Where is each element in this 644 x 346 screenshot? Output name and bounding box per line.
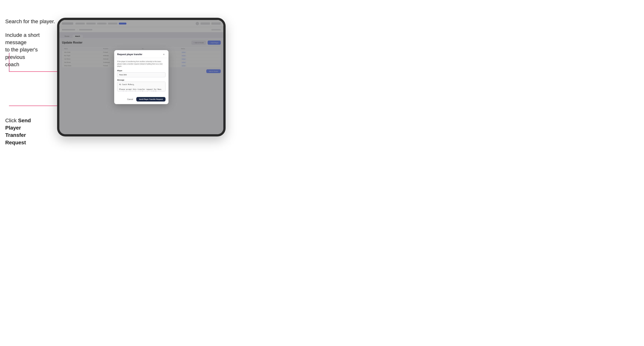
- modal-description: If the player is transferring from anoth…: [117, 60, 166, 67]
- player-input[interactable]: [117, 72, 166, 77]
- send-transfer-request-button[interactable]: Send Player Transfer Request: [136, 97, 166, 102]
- modal-title: Request player transfer: [117, 53, 142, 56]
- annotation-search: Search for the player.: [5, 18, 55, 25]
- annotation-click: Click Send Player Transfer Request: [5, 117, 46, 146]
- arrow-line-vertical-1: [9, 53, 9, 72]
- player-label: Player: [117, 70, 166, 72]
- message-label: Message: [117, 79, 166, 81]
- tablet-screen: Roster Match Update Roster + Add to Rost…: [59, 20, 223, 134]
- message-field: Message Hi Coach McHarg, Please accept t…: [117, 79, 166, 92]
- modal-footer: Cancel Send Player Transfer Request: [114, 97, 168, 104]
- player-field: Player: [117, 70, 166, 77]
- cancel-button[interactable]: Cancel: [125, 97, 135, 102]
- modal-dialog: Request player transfer × If the player …: [114, 50, 168, 104]
- modal-close-button[interactable]: ×: [162, 53, 166, 56]
- modal-body: If the player is transferring from anoth…: [114, 58, 168, 97]
- message-textarea[interactable]: Hi Coach McHarg, Please accept this tran…: [117, 82, 166, 91]
- modal-overlay: Request player transfer × If the player …: [59, 20, 223, 134]
- annotation-message: Include a short message to the player's …: [5, 31, 56, 68]
- modal-header: Request player transfer ×: [114, 50, 168, 58]
- tablet-frame: Roster Match Update Roster + Add to Rost…: [57, 18, 226, 137]
